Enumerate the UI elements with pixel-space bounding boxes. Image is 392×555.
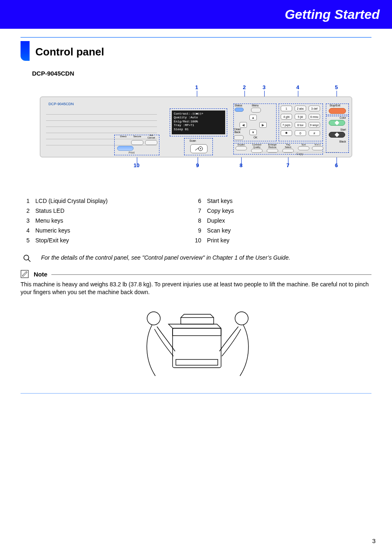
legend-item: 4Numeric keys xyxy=(22,226,108,235)
legend-text: Stop/Exit key xyxy=(35,237,69,244)
callout-2: 2 xyxy=(243,84,246,90)
start-color-button xyxy=(329,120,345,126)
legend-text: Numeric keys xyxy=(35,227,70,234)
key-1: 1 xyxy=(281,106,292,111)
lcd-line: Sleep 01 xyxy=(174,128,223,131)
control-panel-figure: 1 2 3 4 5 DCP-9045CDN Contrast:-▯▯■▯▯+ Q… xyxy=(40,84,352,179)
clear-back-label: Clear/ Back xyxy=(234,128,241,134)
arrow-right-button: ▶ xyxy=(259,122,267,128)
copy-bar-label: Copy xyxy=(260,152,339,156)
chapter-title: Getting Started xyxy=(285,7,380,22)
enlarge-col: Enlarge/ Reduce xyxy=(265,143,280,153)
contrast-col: Contrast/ Quality xyxy=(249,143,264,153)
key-6: 6 mno xyxy=(309,114,320,120)
callouts-bottom: 10 9 8 7 6 xyxy=(40,162,352,175)
section-accent-icon xyxy=(21,41,30,61)
svg-rect-5 xyxy=(173,328,221,368)
start-black-button xyxy=(329,132,345,138)
legend-num: 3 xyxy=(22,217,30,224)
model-name: DCP-9045CDN xyxy=(32,70,371,77)
diamond-icon xyxy=(334,132,339,137)
svg-point-1 xyxy=(200,148,201,149)
callout-5: 5 xyxy=(335,84,338,90)
legend-item: 7Copy keys xyxy=(194,206,234,216)
magnifier-icon xyxy=(23,254,31,263)
key-7: 7 pqrs xyxy=(281,122,292,128)
scan-group: Scan xyxy=(184,138,213,155)
arrow-up-button: ▲ xyxy=(249,115,257,120)
legend-text: Duplex xyxy=(207,217,225,224)
scan-label: Scan xyxy=(189,139,196,142)
lcd-group: Contrast:-▯▯■▯▯+ Quality :Auto Enlg/Red:… xyxy=(170,108,227,136)
nin1-col: N in 1 xyxy=(310,143,325,150)
svg-point-0 xyxy=(198,147,203,151)
legend-item: 2Status LED xyxy=(22,206,108,216)
legend-item: 3Menu keys xyxy=(22,216,108,226)
arrow-down-button: ▼ xyxy=(249,129,257,135)
legend-col-right: 6Start keys 7Copy keys 8Duplex 9Scan key… xyxy=(194,196,234,245)
tray-select-label: Tray Select xyxy=(285,143,291,148)
legend-item: 10Print key xyxy=(194,235,234,245)
lcd-line: Tray :MP>T1 xyxy=(174,124,223,127)
panel-body: DCP-9045CDN Contrast:-▯▯■▯▯+ Quality :Au… xyxy=(40,97,352,157)
legend-col-left: 1LCD (Liquid Crystal Display) 2Status LE… xyxy=(22,196,108,245)
key-star: ✱ xyxy=(281,130,292,136)
info-row: For the details of the control panel, se… xyxy=(21,249,371,270)
status-label: Status xyxy=(235,104,242,107)
key-8: 8 tuv xyxy=(295,122,306,128)
sort-col: Sort xyxy=(296,143,311,150)
note-heading: Note xyxy=(34,271,47,278)
contrast-quality-label: Contrast/ Quality xyxy=(252,143,262,148)
ok-label: OK xyxy=(254,136,257,139)
legend-item: 1LCD (Liquid Crystal Display) xyxy=(22,196,108,206)
duplex-label: Duplex xyxy=(238,143,244,146)
legend-num: 2 xyxy=(22,207,30,214)
menu-label: Menu xyxy=(252,104,258,107)
key-3: 3 def xyxy=(309,106,320,111)
legend-text: LCD (Liquid Crystal Display) xyxy=(35,198,108,204)
legend-num: 5 xyxy=(22,237,30,244)
callout-line xyxy=(241,157,242,166)
key-5: 5 jkl xyxy=(295,114,306,120)
duplex-col: Duplex xyxy=(234,143,249,150)
lcd-line: Contrast:-▯▯■▯▯+ xyxy=(174,112,223,116)
direct-button xyxy=(117,146,134,151)
lifting-illustration xyxy=(120,302,272,388)
page-number: 3 xyxy=(372,537,376,544)
legend-text: Print key xyxy=(207,237,229,244)
svg-rect-8 xyxy=(181,318,214,324)
lcd-line: Enlg/Red:100% xyxy=(174,120,223,124)
svg-rect-4 xyxy=(21,270,28,278)
legend-num: 6 xyxy=(194,198,201,204)
divider xyxy=(21,37,371,38)
callouts-top: 1 2 3 4 5 xyxy=(40,84,352,97)
divider-thin xyxy=(21,393,371,394)
section-title: Control panel xyxy=(35,46,104,61)
key-0: 0 xyxy=(295,130,306,136)
note-header: Note xyxy=(21,270,371,278)
clear-back-button xyxy=(234,135,244,140)
menu-button xyxy=(251,108,261,113)
stop-exit-group: Stop/Exit xyxy=(326,104,349,115)
callout-line xyxy=(337,157,337,166)
callout-line xyxy=(198,157,198,166)
stop-exit-button xyxy=(329,108,346,114)
note-body: This machine is heavy and weighs 83.2 lb… xyxy=(21,278,371,300)
legend: 1LCD (Liquid Crystal Display) 2Status LE… xyxy=(21,184,371,249)
key-hash: # xyxy=(309,130,320,136)
lcd-line: Quality :Auto xyxy=(174,116,223,120)
black-label: Black xyxy=(326,140,348,143)
legend-text: Menu keys xyxy=(35,217,63,224)
panel-model-label: DCP-9045CDN xyxy=(48,102,74,106)
legend-item: 8Duplex xyxy=(194,216,234,226)
scan-icon xyxy=(195,146,203,151)
scan-button xyxy=(190,144,208,153)
legend-item: 9Scan key xyxy=(194,226,234,235)
legend-num: 9 xyxy=(194,227,201,234)
callout-line xyxy=(288,157,288,166)
sort-button xyxy=(298,146,309,150)
section-header: Control panel xyxy=(21,41,371,61)
start-group: Color Start Black xyxy=(326,116,349,153)
info-text: For the details of the control panel, se… xyxy=(41,254,290,261)
legend-num: 1 xyxy=(22,198,30,204)
